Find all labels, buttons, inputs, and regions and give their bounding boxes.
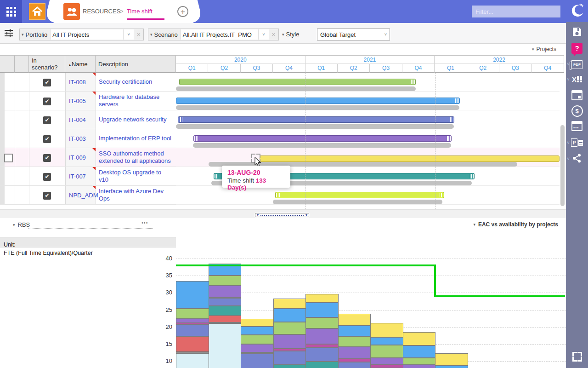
portfolio-selector[interactable]: ▾Portfolio All IT Projects ˅ ✕ [19, 29, 144, 40]
pdf-export-button[interactable]: PDF [566, 59, 588, 70]
timeline-quarter[interactable]: Q1 [435, 64, 467, 73]
project-description[interactable]: Security certification [99, 73, 172, 91]
gantt-vertical-scrollbar[interactable] [560, 125, 565, 206]
in-scenario-checkbox[interactable]: ✔ [43, 173, 51, 181]
portfolio-value[interactable]: All IT Projects [50, 29, 123, 40]
cost-button[interactable]: $ [566, 105, 588, 116]
ppt-export-button[interactable]: P [566, 137, 588, 148]
projects-section-toggle[interactable]: ▾Projects [532, 46, 556, 52]
table-row[interactable]: ✔NPD_ADMInterface with Azure Dev Ops [0, 186, 176, 205]
excel-export-button[interactable]: X [566, 74, 588, 85]
add-tab-button[interactable]: + [177, 6, 188, 17]
project-description[interactable]: Implementation of ERP tool [99, 129, 172, 148]
rbs-more-icon[interactable]: ••• [141, 220, 148, 225]
timeline-quarter[interactable]: Q2 [467, 64, 499, 73]
in-scenario-checkbox[interactable]: ✔ [43, 192, 51, 200]
help-button[interactable]: ? [566, 42, 588, 54]
style-select[interactable]: Global Target˅ [317, 29, 390, 40]
timeline-quarter[interactable]: Q4 [531, 64, 564, 73]
chart-bar-segment [176, 319, 209, 323]
cell-border [15, 110, 15, 129]
tab-time-shift[interactable]: Time shift [127, 8, 153, 15]
project-id[interactable]: IT-003 [69, 135, 86, 143]
in-scenario-checkbox[interactable]: ✔ [43, 79, 51, 86]
cell-border [96, 129, 96, 148]
gantt-bar-IT-008[interactable] [179, 79, 416, 85]
timeline-quarter[interactable]: Q3 [241, 64, 273, 73]
tooltip-label: Time shift [227, 177, 254, 184]
table-row[interactable]: ✔IT-004Upgrade network security [0, 110, 176, 129]
header-description[interactable]: Description [96, 55, 176, 73]
scenario-value[interactable]: All.All IT Projects.IT_PMO [181, 29, 258, 40]
scenario-label: Scenario [154, 31, 178, 38]
chart-bar-segment [241, 344, 274, 352]
project-description[interactable]: Interface with Azure Dev Ops [99, 186, 172, 204]
table-row[interactable]: ✔IT-007Desktop OS upgrade to v10 [0, 167, 176, 186]
project-description[interactable]: Hardware for database servers [99, 92, 172, 110]
filter-settings-icon[interactable] [5, 29, 14, 37]
gantt-bar-IT-005[interactable] [176, 98, 460, 104]
app-launcher-button[interactable] [0, 0, 22, 23]
timeline-quarter[interactable]: Q3 [499, 64, 531, 73]
chart-bar-segment [241, 352, 274, 354]
project-id[interactable]: IT-004 [69, 116, 86, 124]
active-module-tab[interactable]: RESOURCES > Time shift + [54, 0, 193, 23]
rbs-toggle[interactable]: ▾RBS [13, 221, 30, 228]
table-row[interactable]: ✔IT-005Hardware for database servers [0, 92, 176, 110]
scenario-clear-icon[interactable]: ✕ [269, 32, 278, 38]
target-line-segment [176, 264, 435, 266]
header-in-scenario[interactable]: In scenario? [29, 55, 65, 73]
year-gridline [305, 73, 305, 209]
planisware-logo-button[interactable] [566, 0, 588, 22]
chart-bar-segment [176, 324, 209, 336]
header-name[interactable]: ▲Name [65, 55, 96, 73]
app-window: RESOURCES > Time shift + ▾Portfolio All … [0, 0, 588, 368]
project-id[interactable]: IT-007 [69, 173, 86, 180]
timeline-quarter[interactable]: Q4 [273, 64, 305, 73]
in-scenario-checkbox[interactable]: ✔ [43, 116, 51, 124]
home-button[interactable] [29, 3, 45, 20]
portfolio-clear-icon[interactable]: ✕ [134, 32, 143, 38]
project-id[interactable]: IT-009 [69, 154, 86, 161]
splitter-handle[interactable]: ▾ ▾ [255, 213, 309, 217]
gantt-bar-IT-004[interactable] [178, 116, 454, 123]
timeline-quarter[interactable]: Q1 [305, 64, 338, 73]
table-row[interactable]: ✔IT-009SSO authomatic method extended to… [0, 148, 176, 167]
project-id[interactable]: IT-008 [69, 79, 86, 86]
table-row[interactable]: ✔IT-003Implementation of ERP tool [0, 129, 176, 148]
in-scenario-checkbox[interactable]: ✔ [43, 154, 51, 162]
schedule-button[interactable]: ••• [566, 121, 588, 132]
project-description[interactable]: Desktop OS upgrade to v10 [99, 167, 172, 185]
timeline-quarter[interactable]: Q2 [338, 64, 370, 73]
in-scenario-checkbox[interactable]: ✔ [43, 135, 51, 143]
chart-bar-segment [273, 351, 306, 365]
row-select-checkbox[interactable] [4, 154, 13, 162]
project-description[interactable]: SSO authomatic method extended to all ap… [99, 148, 172, 167]
project-id[interactable]: NPD_ADM [69, 192, 98, 199]
timeline-quarter[interactable]: Q1 [176, 64, 208, 73]
project-description[interactable]: Upgrade network security [99, 110, 172, 129]
gantt-bar-NPD_ADM[interactable] [275, 192, 444, 198]
project-id[interactable]: IT-005 [69, 98, 86, 105]
name-cell: NPD_ADM [66, 186, 96, 204]
scenario-dropdown-chevron[interactable]: ˅ [258, 29, 269, 40]
calendar-view-button[interactable] [566, 90, 588, 101]
chart-bar-segment [338, 347, 371, 359]
table-row[interactable]: ✔IT-008Security certification [0, 73, 176, 92]
fullscreen-button[interactable] [572, 352, 582, 362]
gantt-bar-IT-009[interactable] [260, 155, 560, 162]
eac-section-toggle[interactable]: ▾EAC vs availability by projects [473, 221, 558, 228]
share-button[interactable] [566, 153, 588, 164]
save-button[interactable] [566, 26, 588, 38]
breadcrumb-module[interactable]: RESOURCES [83, 8, 120, 15]
in-scenario-checkbox[interactable]: ✔ [43, 98, 51, 105]
timeline-quarter[interactable]: Q2 [208, 64, 240, 73]
scenario-selector[interactable]: ▾Scenario All.All IT Projects.IT_PMO ˅ ✕ [148, 29, 279, 40]
timeline-quarter[interactable]: Q4 [402, 64, 435, 73]
cell-border [15, 148, 15, 167]
portfolio-dropdown-chevron[interactable]: ˅ [123, 29, 134, 40]
chart-bar-segment [305, 362, 339, 368]
timeline-quarter[interactable]: Q3 [370, 64, 402, 73]
filter-input[interactable] [472, 6, 560, 17]
gantt-bar-IT-003[interactable] [193, 135, 452, 142]
